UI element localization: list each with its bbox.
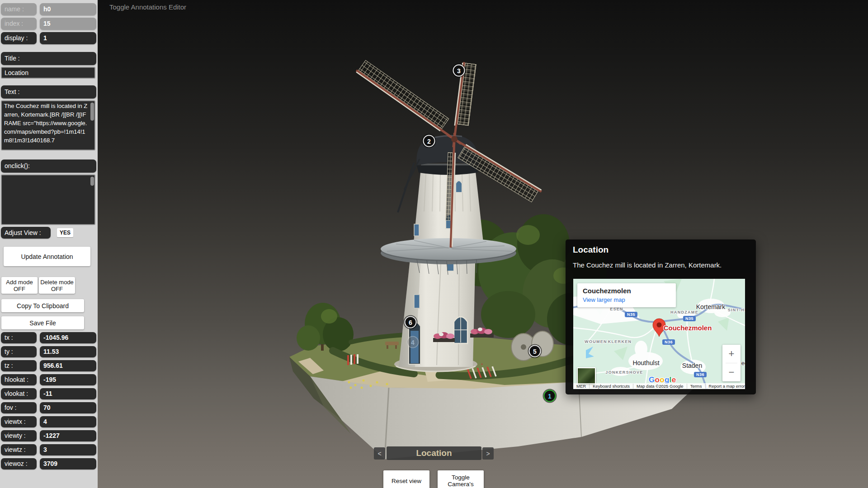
param-label: viewoz : bbox=[1, 458, 37, 469]
map-info-title: Couchezmolen bbox=[583, 287, 670, 295]
param-value[interactable]: -195 bbox=[40, 374, 96, 385]
text-textarea[interactable]: The Couchez mill is located in Zarren, K… bbox=[1, 100, 95, 150]
param-value[interactable]: -1227 bbox=[40, 430, 96, 441]
onclick-textarea[interactable] bbox=[1, 174, 95, 225]
map-label: JONKERSHOVE bbox=[605, 370, 643, 375]
map-label: Kortemark bbox=[696, 303, 726, 310]
onclick-area-wrap bbox=[1, 174, 96, 225]
next-annotation-button[interactable]: > bbox=[482, 447, 494, 460]
onclick-scrollbar[interactable] bbox=[90, 177, 94, 186]
adjust-view-row: Adjust View : YES bbox=[1, 227, 96, 239]
param-value[interactable]: 956.61 bbox=[40, 360, 96, 371]
road-badge: N36 bbox=[694, 372, 707, 377]
param-label: viewty : bbox=[1, 430, 37, 441]
mode-buttons-row: Add mode OFF Delete mode OFF bbox=[1, 277, 96, 294]
view-larger-map-link[interactable]: View larger map bbox=[583, 296, 670, 303]
map-attribution-item[interactable]: Terms bbox=[687, 384, 705, 389]
popup-title: Location bbox=[573, 245, 756, 255]
map-label: ESEN bbox=[610, 307, 623, 311]
param-value[interactable]: 11.53 bbox=[40, 346, 96, 357]
map-label: SINT-HE bbox=[728, 308, 745, 312]
param-label: tz : bbox=[1, 360, 37, 371]
param-value[interactable]: -11 bbox=[40, 388, 96, 399]
map-attribution-item[interactable]: Report a map error bbox=[705, 384, 745, 389]
map-attribution-bar: MERKeyboard shortcutsMap data ©2025 Goog… bbox=[573, 383, 745, 389]
map-info-card: Couchezmolen View larger map bbox=[577, 283, 676, 307]
param-row: fov :70 bbox=[1, 402, 96, 413]
display-row: display : 1 bbox=[1, 32, 96, 44]
toggle-annotations-editor-button[interactable]: Toggle Annotations Editor bbox=[109, 3, 186, 11]
update-annotation-button[interactable]: Update Annotation bbox=[4, 247, 90, 266]
annotation-editor-panel: name : h0 index : 15 display : 1 Title :… bbox=[0, 0, 98, 488]
param-label: viewtz : bbox=[1, 444, 37, 455]
param-row: viewtx :4 bbox=[1, 416, 96, 427]
name-value: h0 bbox=[40, 3, 96, 15]
param-value[interactable]: 3 bbox=[40, 444, 96, 455]
param-label: tx : bbox=[1, 332, 37, 343]
road-badge: N35 bbox=[683, 316, 696, 321]
annotation-marker-2[interactable]: 2 bbox=[423, 135, 435, 147]
text-label: Text : bbox=[1, 85, 96, 99]
prev-annotation-button[interactable]: < bbox=[374, 447, 385, 460]
marker-number: 1 bbox=[548, 392, 552, 399]
copy-to-clipboard-button[interactable]: Copy To Clipboard bbox=[1, 299, 84, 312]
annotation-marker-1[interactable]: 1 bbox=[544, 390, 556, 402]
map-label: ed bbox=[741, 360, 745, 366]
param-row: tz :956.61 bbox=[1, 360, 96, 371]
map-attribution-item[interactable]: Keyboard shortcuts bbox=[589, 384, 633, 389]
map-zoom-control: + − bbox=[722, 345, 741, 381]
param-value[interactable]: 70 bbox=[40, 402, 96, 413]
google-map-embed[interactable]: ESENHANDZAMEKortemarkSINT-HECouchezmolen… bbox=[573, 279, 745, 389]
annotation-marker-5[interactable]: 5 bbox=[529, 345, 541, 357]
map-zoom-in-button[interactable]: + bbox=[722, 345, 741, 363]
param-label: viewtx : bbox=[1, 416, 37, 427]
popup-body-text: The Couchez mill is located in Zarren, K… bbox=[573, 261, 756, 269]
text-scrollbar[interactable] bbox=[90, 103, 94, 121]
param-label: ty : bbox=[1, 346, 37, 357]
delete-mode-button[interactable]: Delete mode OFF bbox=[39, 277, 75, 294]
toggle-cameras-button[interactable]: Toggle Camera's bbox=[438, 470, 484, 488]
road-badge: N35 bbox=[625, 312, 637, 317]
save-file-button[interactable]: Save File bbox=[1, 316, 84, 329]
display-label: display : bbox=[1, 32, 37, 44]
marker-number: 5 bbox=[533, 347, 537, 355]
map-zoom-out-button[interactable]: − bbox=[722, 363, 741, 381]
adjust-view-toggle[interactable]: YES bbox=[57, 228, 73, 237]
index-row: index : 15 bbox=[1, 18, 96, 30]
adjust-view-label: Adjust View : bbox=[1, 227, 51, 239]
param-row: hlookat :-195 bbox=[1, 374, 96, 385]
index-label: index : bbox=[1, 18, 37, 30]
annotation-marker-3[interactable]: 3 bbox=[453, 65, 465, 77]
param-row: tx :-1045.96 bbox=[1, 332, 96, 343]
name-row: name : h0 bbox=[1, 3, 96, 15]
camera-params-list: tx :-1045.96ty :11.53tz :956.61hlookat :… bbox=[1, 332, 96, 469]
add-mode-button[interactable]: Add mode OFF bbox=[1, 277, 38, 294]
display-value[interactable]: 1 bbox=[40, 32, 96, 44]
param-row: viewty :-1227 bbox=[1, 430, 96, 441]
marker-number: 3 bbox=[457, 67, 461, 74]
3d-viewport[interactable]: Toggle Annotations Editor 123456 < Locat… bbox=[98, 0, 868, 488]
param-row: vlookat :-11 bbox=[1, 388, 96, 399]
current-annotation-title: Location bbox=[387, 446, 481, 460]
reset-view-button[interactable]: Reset view bbox=[383, 470, 429, 488]
param-value[interactable]: 4 bbox=[40, 416, 96, 427]
map-attribution-item[interactable]: Map data ©2025 Google bbox=[633, 384, 687, 389]
param-label: vlookat : bbox=[1, 388, 37, 399]
param-value[interactable]: 3709 bbox=[40, 458, 96, 469]
annotation-marker-4[interactable]: 4 bbox=[407, 336, 419, 348]
title-input[interactable] bbox=[1, 67, 95, 79]
annotation-marker-6[interactable]: 6 bbox=[405, 316, 417, 328]
marker-number: 4 bbox=[411, 338, 415, 346]
marker-number: 2 bbox=[427, 137, 431, 145]
title-label: Title : bbox=[1, 52, 96, 65]
map-label: Houthulst bbox=[632, 359, 659, 366]
param-label: fov : bbox=[1, 402, 37, 413]
map-attribution-item[interactable]: MER bbox=[573, 384, 589, 389]
map-label: HANDZAME bbox=[670, 310, 698, 314]
onclick-label: onclick(): bbox=[1, 160, 96, 173]
name-label: name : bbox=[1, 3, 37, 15]
param-value[interactable]: -1045.96 bbox=[40, 332, 96, 343]
app-window: name : h0 index : 15 display : 1 Title :… bbox=[0, 0, 868, 488]
marker-number: 6 bbox=[409, 319, 412, 326]
map-label: Couchezmolen bbox=[664, 324, 712, 332]
